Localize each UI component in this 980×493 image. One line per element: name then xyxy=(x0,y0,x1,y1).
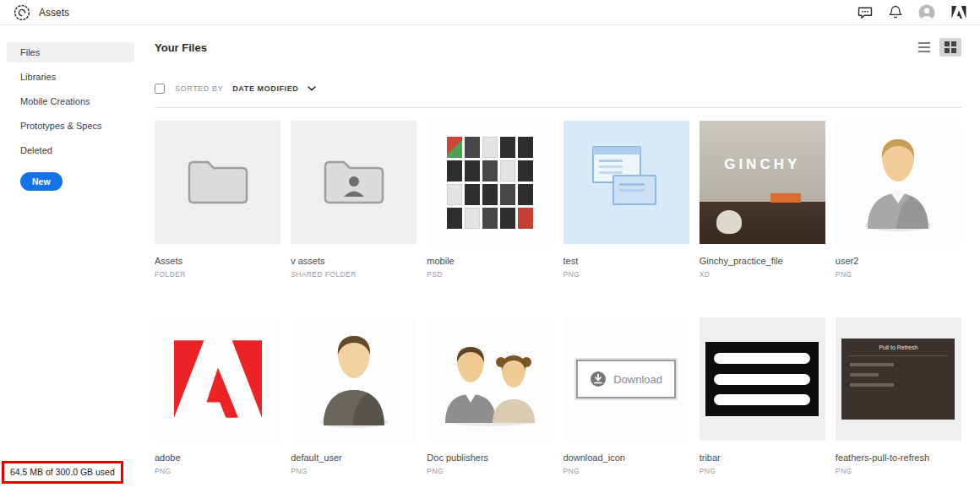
sort-row: SORTED BY DATE MODIFIED xyxy=(155,83,961,95)
file-card-doc-publishers[interactable]: Doc publishers PNG xyxy=(427,317,553,475)
avatar-thumbnail xyxy=(291,317,416,441)
file-name: v assets xyxy=(291,256,416,267)
divider xyxy=(155,107,961,108)
file-type: PNG xyxy=(564,467,689,475)
file-card-assets[interactable]: Assets FOLDER xyxy=(155,121,280,279)
creative-cloud-logo-icon[interactable] xyxy=(14,4,30,21)
download-label: Download xyxy=(613,373,662,386)
file-name: tribar xyxy=(700,452,825,463)
file-card-default-user[interactable]: default_user PNG xyxy=(291,317,416,475)
mobile-screens-image xyxy=(447,137,533,229)
file-card-mobile[interactable]: mobile PSD xyxy=(427,121,553,279)
grid-view-button[interactable] xyxy=(939,38,961,57)
sidebar-item-mobile-creations[interactable]: Mobile Creations xyxy=(7,91,134,111)
avatars-pair-thumbnail xyxy=(427,317,553,441)
file-card-download-icon[interactable]: Download download_icon PNG xyxy=(564,317,689,475)
pull-to-refresh-title: Pull to Refresh xyxy=(841,344,955,351)
notifications-bell-icon[interactable] xyxy=(889,5,902,19)
file-card-v-assets[interactable]: v assets SHARED FOLDER xyxy=(291,121,416,279)
account-avatar-icon[interactable] xyxy=(918,4,935,21)
select-all-checkbox[interactable] xyxy=(155,84,165,94)
file-name: download_icon xyxy=(564,452,689,463)
page-title: Your Files xyxy=(155,41,207,54)
sort-value-label: DATE MODIFIED xyxy=(232,84,298,93)
download-thumbnail: Download xyxy=(564,317,689,441)
orange-tag xyxy=(770,193,801,203)
topbar-right xyxy=(858,4,966,21)
download-arrow-icon xyxy=(590,371,607,387)
file-type: XD xyxy=(700,270,825,279)
file-name: Doc publishers xyxy=(427,452,553,463)
list-view-button[interactable] xyxy=(913,38,935,57)
file-name: test xyxy=(564,256,689,267)
dark-ui-thumbnail: Pull to Refresh xyxy=(836,317,961,441)
file-name: adobe xyxy=(155,452,280,463)
sidebar: Files Libraries Mobile Creations Prototy… xyxy=(0,25,141,493)
psd-thumbnail xyxy=(427,121,553,244)
adobe-logo-thumbnail xyxy=(155,317,280,441)
xd-photo-thumbnail: GINCHY xyxy=(700,121,825,244)
file-type: FOLDER xyxy=(155,270,280,279)
adobe-logo-icon[interactable] xyxy=(951,6,966,19)
new-button[interactable]: New xyxy=(20,172,63,191)
list-view-icon xyxy=(918,42,930,52)
file-name: feathers-pull-to-refresh xyxy=(836,452,961,463)
hamburger-bars-image xyxy=(705,342,819,416)
avatar-default-user-image xyxy=(317,329,391,429)
file-name: Ginchy_practice_file xyxy=(700,256,825,267)
file-type: PNG xyxy=(836,467,961,475)
wireframe-thumbnail xyxy=(564,121,689,244)
sidebar-item-deleted[interactable]: Deleted xyxy=(7,140,134,160)
shared-folder-icon xyxy=(322,158,386,207)
file-card-user2[interactable]: user2 PNG xyxy=(836,121,961,279)
download-button-image: Download xyxy=(576,360,676,398)
file-card-adobe[interactable]: adobe PNG xyxy=(155,317,280,475)
sidebar-item-prototypes-specs[interactable]: Prototypes & Specs xyxy=(7,116,134,136)
file-type: PNG xyxy=(564,270,689,279)
chevron-down-icon xyxy=(308,86,316,91)
feedback-bubble-icon[interactable] xyxy=(858,6,873,19)
file-name: default_user xyxy=(291,452,416,463)
file-card-ginchy[interactable]: GINCHY Ginchy_practice_file XD xyxy=(700,121,825,279)
files-grid: Assets FOLDER v assets SHARED FOLDER xyxy=(155,121,961,475)
creative-cloud-assets-app: Assets xyxy=(0,0,980,493)
folder-icon xyxy=(186,158,250,207)
storage-usage-annotation: 64.5 MB of 300.0 GB used xyxy=(2,461,123,484)
file-type: PSD xyxy=(427,270,553,279)
browser-window-sketch xyxy=(612,175,656,205)
file-type: PNG xyxy=(700,467,825,475)
main-header: Your Files xyxy=(155,39,961,56)
grid-view-icon xyxy=(945,41,956,53)
file-card-tribar[interactable]: tribar PNG xyxy=(700,317,825,475)
two-people-image xyxy=(440,332,540,426)
file-card-test[interactable]: test PNG xyxy=(564,121,689,279)
topbar-left: Assets xyxy=(14,4,69,21)
main-content: Your Files SORTED BY DATE MODIFIED xyxy=(141,25,980,493)
pull-to-refresh-image: Pull to Refresh xyxy=(841,339,955,420)
file-type: PNG xyxy=(836,270,961,279)
file-name: mobile xyxy=(427,256,553,267)
file-card-feathers[interactable]: Pull to Refresh feathers-pull-to-refresh… xyxy=(836,317,961,475)
file-name: user2 xyxy=(836,256,961,267)
file-type: SHARED FOLDER xyxy=(291,270,416,279)
avatar-user2-image xyxy=(861,133,935,232)
topbar: Assets xyxy=(0,0,980,25)
app-title: Assets xyxy=(39,7,69,19)
file-type: PNG xyxy=(291,467,416,475)
file-name: Assets xyxy=(155,256,280,267)
sidebar-item-libraries[interactable]: Libraries xyxy=(7,67,134,87)
sort-dropdown[interactable]: DATE MODIFIED xyxy=(232,84,316,93)
avatar-thumbnail xyxy=(836,121,961,244)
folder-thumbnail xyxy=(155,121,280,244)
file-type: PNG xyxy=(155,467,280,475)
sorted-by-label: SORTED BY xyxy=(175,84,223,93)
sidebar-item-files[interactable]: Files xyxy=(7,42,134,62)
adobe-logo-image xyxy=(174,340,262,418)
shared-folder-thumbnail xyxy=(291,121,416,244)
mannequin-shape xyxy=(716,210,742,234)
ginchy-title-text: GINCHY xyxy=(700,156,825,173)
view-toggles xyxy=(913,38,961,57)
file-type: PNG xyxy=(427,467,553,475)
tribar-thumbnail xyxy=(700,317,825,441)
